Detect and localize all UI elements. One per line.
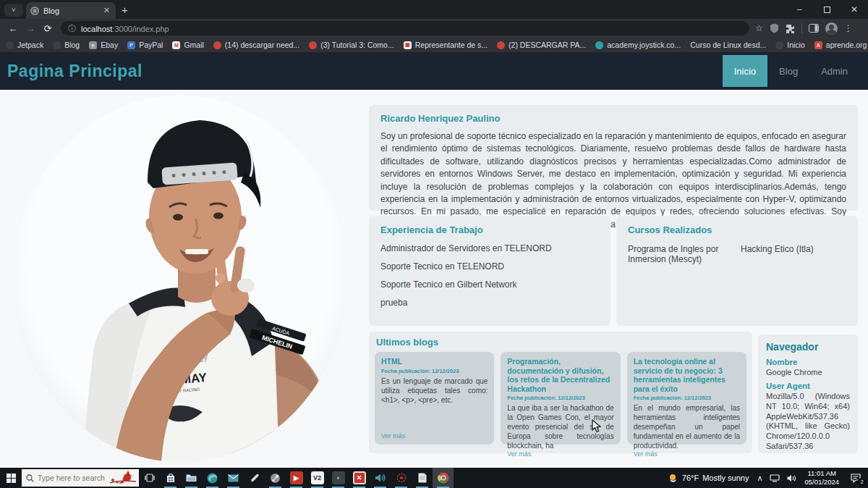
network-icon[interactable] [766,474,783,482]
bookmark-label: PayPal [139,41,163,49]
notification-center-button[interactable]: 2 [843,468,868,488]
experience-item: Soporte Tecnico en TELENORD [380,261,599,272]
address-bar[interactable]: ⓘ localhost:3000/index.php [61,21,749,35]
read-more-link[interactable]: Ver más [381,432,488,439]
browser-tab[interactable]: Blog ✕ [26,2,116,19]
screen: ˅ Blog ✕ + – ✕ ← → ⟳ ⓘ localhost:3000/in… [0,0,868,488]
extensions-puzzle-icon[interactable] [786,24,795,33]
close-tab-icon[interactable]: ✕ [102,6,111,15]
address-path: :3000/index.php [112,25,169,33]
mail-app-icon[interactable] [223,468,244,488]
search-input[interactable] [38,474,110,482]
bookmark-label: Blog [64,41,80,49]
blog-card-body: Es un lenguaje de marcado que utiliza et… [381,376,488,405]
edge-browser-icon[interactable] [202,468,223,488]
profile-avatar[interactable] [825,22,838,35]
divider [801,23,802,33]
tab-title: Blog [43,7,98,15]
toolbar-actions: ☆ ⋮ [755,22,853,35]
chrome-app-icon[interactable] [433,468,454,488]
bookmark-inicio[interactable]: Inicio [775,41,805,49]
browser-name-value: Google Chrome [766,368,850,376]
dark-app-icon[interactable]: ◗ [328,468,349,488]
courses-heading: Cursos Realizados [628,224,846,235]
temperature: 76°F [682,474,699,482]
volume-icon[interactable] [783,474,800,482]
back-button[interactable]: ← [4,23,22,34]
read-more-link[interactable]: Ver más [507,450,613,458]
close-window-button[interactable]: ✕ [841,0,868,19]
bookmark-label: Ebay [101,41,118,49]
course-item: Programa de Ingles por Inmersion (Mescyt… [628,244,733,264]
experience-item: Soporte Tecnico en Gilbert Network [380,279,599,290]
nav-item-admin[interactable]: Admin [809,55,859,87]
weather-widget[interactable]: 76°F Mostly sunny [663,473,754,484]
bookmark-paypal[interactable]: PPayPal [127,41,163,49]
steam-app-icon[interactable] [265,468,286,488]
store-app-icon[interactable] [160,468,181,488]
bookmark-blog[interactable]: Blog [53,41,80,49]
read-more-link[interactable]: Ver más [634,450,740,458]
ebay-favicon-icon: e [89,41,97,49]
bookmark-label: (14) descargar need... [225,41,299,49]
browser-info-heading: Navegador [766,341,850,353]
pen-tool-icon[interactable] [244,468,265,488]
notes-app-icon[interactable] [412,468,433,488]
bookmark-jetpack[interactable]: Jetpack [6,41,43,49]
globe-favicon-icon [30,7,39,15]
speaker-app-icon[interactable] [370,468,391,488]
taskbar-clock[interactable]: 11:01 AM 05/01/2024 [800,469,843,487]
bookmark-curso-linux[interactable]: Curso de Linux desd... [690,41,766,49]
bookmark-academy[interactable]: academy.joystick.co... [595,41,681,49]
bookmark-label: (2) DESCARGAR PA... [509,41,586,49]
shield-icon[interactable] [770,23,779,33]
bookmark-ebay[interactable]: eEbay [89,41,118,49]
mouse-cursor [592,419,601,433]
task-view-button[interactable] [139,468,160,488]
minimize-button[interactable]: – [786,0,813,19]
blog-card-tecnologia[interactable]: La tecnología online al servicio de tu n… [627,352,746,445]
site-info-icon[interactable]: ⓘ [68,23,76,34]
bookmark-tutorial[interactable]: (3) Tutorial 3: Como... [309,41,394,49]
bookmark-aprende[interactable]: Aaprende.org Curso... [814,41,868,49]
notification-badge: 2 [858,478,866,486]
favicon-icon: A [814,41,822,49]
bookmark-gmail[interactable]: MGmail [172,41,203,49]
latest-blogs-panel: Ultimos blogs HTML Fecha publicación: 12… [369,332,752,453]
blog-card-hackathon[interactable]: Programación, documentación y difusión, … [501,352,620,445]
bookmark-descargar[interactable]: (14) descargar need... [213,41,299,49]
favicon-icon: ▦ [404,41,412,49]
bookmark-label: academy.joystick.co... [607,41,681,49]
experience-heading: Experiencia de Trabajo [380,224,599,235]
experience-item: prueba [380,298,599,308]
file-explorer-icon[interactable] [181,468,202,488]
blog-card-date: Fecha publicación: 12/12/2023 [634,395,740,401]
address-host: localhost [81,25,112,33]
tray-chevron-icon[interactable]: ∧ [753,474,766,483]
forward-button[interactable]: → [22,23,39,34]
refresh-button[interactable]: ⟳ [39,23,56,34]
favicon-icon [595,41,603,49]
bookmarks-bar: Jetpack Blog eEbay PPayPal MGmail (14) d… [0,38,868,52]
menu-dots-icon[interactable]: ⋮ [844,23,853,33]
taskbar-search[interactable] [22,469,139,487]
red-media-app-icon[interactable]: ▶ [286,468,307,488]
taskbar: ▶ V2 ◗ ✕ 76°F Mostly sunny ∧ [0,468,868,488]
blog-card-html[interactable]: HTML Fecha publicación: 12/12/2023 Es un… [375,352,494,445]
camera-app-icon[interactable] [391,468,412,488]
nav-item-inicio[interactable]: Inicio [723,55,767,87]
nav-item-blog[interactable]: Blog [767,55,809,87]
framed-red-app-icon[interactable]: ✕ [349,468,370,488]
side-panel-icon[interactable] [809,24,819,33]
chevron-down-icon[interactable]: ˅ [4,4,23,17]
new-tab-button[interactable]: + [122,4,128,16]
bookmark-star-icon[interactable]: ☆ [755,23,763,33]
bookmark-label: (3) Tutorial 3: Como... [320,41,394,49]
bookmark-representante[interactable]: ▦Representante de s... [404,41,488,49]
start-button[interactable] [0,468,22,488]
bookmark-label: Inicio [787,41,805,49]
bookmark-descargar2[interactable]: (2) DESCARGAR PA... [497,41,586,49]
favicon-icon [213,41,221,49]
vegas-app-icon[interactable]: V2 [307,468,328,488]
maximize-button[interactable] [813,0,841,19]
